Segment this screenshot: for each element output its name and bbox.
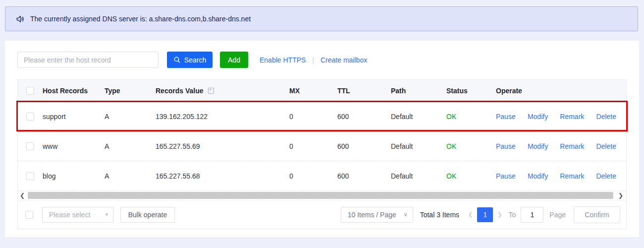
pagination-controls: 10 Items / Page ∨ Total 3 Items ❮ 1 ❯ To… [341, 206, 620, 223]
path-cell: Default [391, 142, 446, 150]
col-type: Type [105, 87, 156, 95]
table-row: blog A 165.227.55.68 0 600 Default OK Pa… [18, 161, 626, 191]
operate-cell: Pause Modify Remark Delete [496, 113, 626, 121]
horizontal-scrollbar: ❮ ❯ [18, 191, 626, 200]
delete-link[interactable]: Delete [596, 142, 616, 150]
col-status: Status [446, 87, 496, 95]
link-divider: | [312, 56, 314, 64]
row-checkbox[interactable] [26, 172, 34, 180]
status-badge: OK [446, 142, 496, 150]
main-card: Search Add Enable HTTPS | Create mailbox… [5, 41, 639, 237]
table-footer: Please select ▾ Bulk operate 10 Items / … [18, 200, 626, 229]
bulk-select-placeholder: Please select [49, 211, 90, 219]
search-input[interactable] [17, 52, 159, 68]
remark-link[interactable]: Remark [560, 142, 584, 150]
path-cell: Default [391, 113, 446, 121]
ttl-cell: 600 [337, 113, 391, 121]
goto-page-input[interactable] [521, 207, 543, 223]
search-icon [173, 56, 181, 63]
search-button[interactable]: Search [167, 52, 213, 68]
page-label: Page [549, 211, 566, 219]
scroll-left-icon[interactable]: ❮ [18, 191, 26, 200]
modify-link[interactable]: Modify [528, 142, 548, 150]
add-button[interactable]: Add [220, 52, 248, 68]
table-row: www A 165.227.55.69 0 600 Default OK Pau… [18, 131, 626, 161]
create-mailbox-link[interactable]: Create mailbox [321, 56, 367, 64]
speaker-icon [15, 14, 25, 24]
operate-cell: Pause Modify Remark Delete [496, 142, 626, 150]
pause-link[interactable]: Pause [496, 113, 516, 121]
total-items-text: Total 3 Items [420, 211, 459, 219]
caret-down-icon: ▾ [105, 211, 108, 218]
host-record-cell: blog [43, 172, 105, 180]
mx-cell: 0 [289, 142, 337, 150]
table-row: support A 139.162.205.122 0 600 Default … [18, 102, 626, 131]
search-button-label: Search [184, 56, 206, 64]
page-prev-icon[interactable]: ❮ [466, 211, 475, 218]
operate-cell: Pause Modify Remark Delete [496, 172, 626, 180]
items-per-page-select[interactable]: 10 Items / Page ∨ [341, 207, 413, 223]
ttl-cell: 600 [337, 142, 391, 150]
modify-link[interactable]: Modify [528, 113, 548, 121]
table-header-row: Host Records Type Records Value MX TTL P… [18, 80, 626, 102]
ttl-cell: 600 [337, 172, 391, 180]
col-ttl: TTL [337, 87, 391, 95]
items-per-page-value: 10 Items / Page [348, 211, 396, 219]
bulk-action-select[interactable]: Please select ▾ [42, 207, 113, 223]
type-cell: A [105, 113, 156, 121]
pause-link[interactable]: Pause [496, 172, 516, 180]
pause-link[interactable]: Pause [496, 142, 516, 150]
dns-server-banner: The currently assigned DNS server is: a.… [5, 6, 638, 31]
records-value-cell: 165.227.55.68 [156, 172, 289, 180]
scrollbar-thumb[interactable] [28, 192, 613, 199]
remark-link[interactable]: Remark [560, 172, 584, 180]
col-path: Path [391, 87, 446, 95]
records-value-cell: 139.162.205.122 [156, 113, 289, 121]
records-value-cell: 165.227.55.69 [156, 142, 289, 150]
type-cell: A [105, 172, 156, 180]
scroll-right-icon[interactable]: ❯ [617, 191, 625, 200]
host-record-cell: support [43, 113, 105, 121]
confirm-button[interactable]: Confirm [574, 206, 620, 223]
remark-link[interactable]: Remark [560, 113, 584, 121]
modify-link[interactable]: Modify [528, 172, 548, 180]
page-next-icon[interactable]: ❯ [495, 211, 504, 218]
mx-cell: 0 [289, 172, 337, 180]
records-table: Host Records Type Records Value MX TTL P… [17, 79, 627, 229]
delete-link[interactable]: Delete [596, 113, 616, 121]
bulk-operate-button[interactable]: Bulk operate [120, 207, 175, 223]
host-record-cell: www [43, 142, 105, 150]
row-checkbox[interactable] [26, 142, 34, 150]
row-checkbox[interactable] [26, 113, 34, 121]
toolbar: Search Add Enable HTTPS | Create mailbox [17, 52, 627, 68]
col-operate: Operate [496, 87, 626, 95]
goto-label: To [509, 211, 516, 219]
type-cell: A [105, 142, 156, 150]
col-host-records: Host Records [43, 87, 105, 95]
footer-select-all-checkbox[interactable] [25, 211, 33, 219]
path-cell: Default [391, 172, 446, 180]
current-page-button[interactable]: 1 [477, 207, 493, 222]
enable-https-link[interactable]: Enable HTTPS [260, 56, 306, 64]
toolbar-links: Enable HTTPS | Create mailbox [260, 56, 367, 64]
mx-cell: 0 [289, 113, 337, 121]
delete-link[interactable]: Delete [596, 172, 616, 180]
records-value-icon[interactable] [208, 87, 215, 94]
banner-text: The currently assigned DNS server is: a.… [30, 15, 251, 23]
chevron-down-icon: ∨ [404, 211, 408, 218]
col-records-value: Records Value [156, 87, 289, 95]
col-mx: MX [289, 87, 337, 95]
select-all-checkbox[interactable] [26, 87, 34, 95]
status-badge: OK [446, 172, 496, 180]
status-badge: OK [446, 113, 496, 121]
